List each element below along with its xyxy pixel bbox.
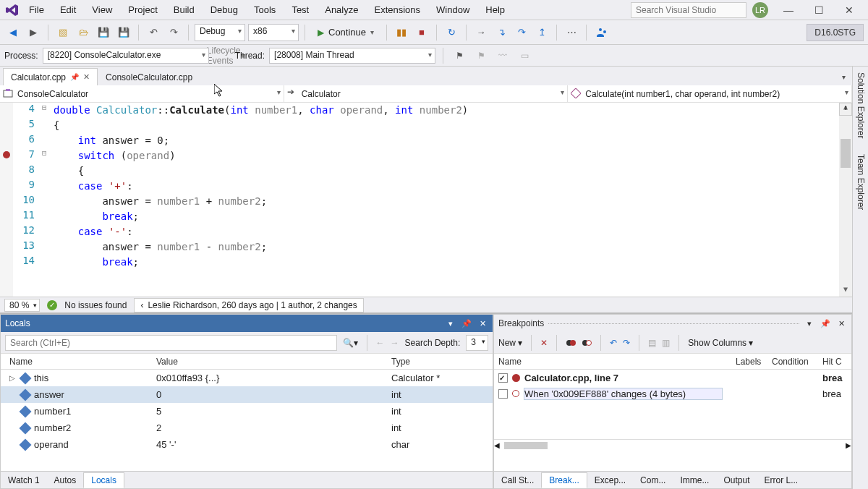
step-out-button[interactable]: ↥ <box>533 24 550 41</box>
scroll-right-icon[interactable]: ▶ <box>846 441 851 449</box>
tab-exceptions[interactable]: Excep... <box>587 473 633 488</box>
menu-test[interactable]: Test <box>284 1 316 18</box>
toolbar-overflow-icon[interactable]: ⋯ <box>563 24 580 41</box>
tab-breakpoints[interactable]: Break... <box>541 472 587 488</box>
save-button[interactable]: 💾 <box>95 24 112 41</box>
breakpoint-row[interactable]: When '0x009EF888' changes (4 bytes)brea <box>494 386 851 401</box>
breakpoint-checkbox[interactable] <box>498 389 508 399</box>
show-next-statement-button[interactable]: → <box>472 24 490 41</box>
import-breakpoints-icon[interactable]: ↶ <box>610 338 617 348</box>
codelens-blame[interactable]: ‹ Leslie Richardson, 260 days ago | 1 au… <box>134 298 363 312</box>
show-columns-button[interactable]: Show Columns ▾ <box>688 338 753 348</box>
menu-build[interactable]: Build <box>166 1 202 18</box>
breakpoint-row[interactable]: Calculator.cpp, line 7brea <box>494 370 851 386</box>
breakpoint-checkbox[interactable] <box>498 373 508 383</box>
locals-row[interactable]: ▷this0x010ffa93 {...}Calculator * <box>1 370 493 386</box>
next-result-icon[interactable]: → <box>391 338 399 348</box>
solution-explorer-tab[interactable]: Solution Explorer <box>854 69 867 141</box>
col-hit-header[interactable]: Hit C <box>822 357 851 367</box>
col-type-header[interactable]: Type <box>391 357 493 367</box>
menu-tools[interactable]: Tools <box>247 1 283 18</box>
close-icon[interactable]: ✕ <box>835 318 847 329</box>
quick-launch-search[interactable] <box>631 2 746 18</box>
thread-frame-icon[interactable]: ▭ <box>516 47 533 64</box>
project-scope-select[interactable]: ConsoleCalculator <box>0 85 284 102</box>
thread-flag-icon[interactable]: ⚑ <box>451 47 468 64</box>
breakpoints-title-bar[interactable]: Breakpoints ▾ 📌 ✕ <box>494 315 851 332</box>
col-condition-header[interactable]: Condition <box>772 357 822 367</box>
go-to-source-icon[interactable]: ▤ <box>648 338 656 348</box>
col-name-header[interactable]: Name <box>494 357 736 367</box>
solution-platform-select[interactable]: x86 <box>248 24 299 41</box>
locals-row[interactable]: number22int <box>1 420 493 436</box>
breakpoint-icon[interactable] <box>3 151 10 158</box>
restart-button[interactable]: ↻ <box>443 24 460 41</box>
tab-calculator-cpp[interactable]: Calculator.cpp 📌 ✕ <box>3 68 98 85</box>
split-editor-icon[interactable]: ↕ <box>839 103 852 116</box>
menu-view[interactable]: View <box>85 1 119 18</box>
nav-forward-button[interactable]: ▶ <box>25 24 42 41</box>
tab-watch1[interactable]: Watch 1 <box>1 473 47 488</box>
menu-project[interactable]: Project <box>121 1 164 18</box>
tab-consolecalculator-cpp[interactable]: ConsoleCalculator.cpp <box>98 68 200 85</box>
user-avatar[interactable]: LR <box>752 2 768 18</box>
nav-back-button[interactable]: ◀ <box>4 24 22 41</box>
solution-config-select[interactable]: Debug <box>195 24 245 41</box>
scroll-thumb[interactable] <box>504 442 548 449</box>
menu-extensions[interactable]: Extensions <box>367 1 427 18</box>
new-project-button[interactable]: ▧ <box>54 24 72 41</box>
scroll-down-icon[interactable]: ▼ <box>839 285 852 297</box>
break-all-button[interactable]: ▮▮ <box>393 24 410 41</box>
fold-gutter[interactable]: ⊟ ⊟ <box>42 103 52 297</box>
team-explorer-tab[interactable]: Team Explorer <box>854 151 867 213</box>
scroll-left-icon[interactable]: ◀ <box>494 441 500 449</box>
menu-file[interactable]: File <box>22 1 51 18</box>
new-breakpoint-button[interactable]: New ▾ <box>498 338 522 348</box>
tab-overflow-icon[interactable]: ▾ <box>835 68 852 85</box>
thread-select[interactable]: [28008] Main Thread <box>269 48 435 64</box>
prev-result-icon[interactable]: ← <box>376 338 385 348</box>
step-over-button[interactable]: ↷ <box>513 24 530 41</box>
breakpoint-gutter[interactable] <box>0 103 13 297</box>
maximize-button[interactable]: ☐ <box>804 1 833 19</box>
lifecycle-events-button[interactable]: ▣ Lifecycle Events ▾ <box>213 47 231 64</box>
go-to-disasm-icon[interactable]: ▥ <box>662 338 670 348</box>
menu-window[interactable]: Window <box>429 1 477 18</box>
save-all-button[interactable]: 💾 <box>115 24 132 41</box>
code-body[interactable]: double Calculator::Calculate(int number1… <box>52 103 852 297</box>
window-position-icon[interactable]: ▾ <box>804 318 815 329</box>
minimize-button[interactable]: — <box>774 1 803 19</box>
open-file-button[interactable]: 🗁 <box>75 24 92 41</box>
locals-row[interactable]: operand45 '-'char <box>1 436 493 453</box>
continue-button[interactable]: ▶ Continue ▾ <box>311 24 380 41</box>
tab-output[interactable]: Output <box>716 473 757 488</box>
live-share-icon[interactable] <box>592 24 610 41</box>
toggle-all-breakpoints-icon[interactable] <box>582 338 592 348</box>
tab-command[interactable]: Com... <box>633 473 673 488</box>
col-value-header[interactable]: Value <box>156 357 391 367</box>
menu-help[interactable]: Help <box>478 1 512 18</box>
tab-autos[interactable]: Autos <box>47 473 84 488</box>
pin-icon[interactable]: 📌 <box>820 318 831 329</box>
menu-debug[interactable]: Debug <box>203 1 245 18</box>
member-scope-select[interactable]: Calculate(int number1, char operand, int… <box>568 85 852 102</box>
step-into-button[interactable]: ↴ <box>493 24 510 41</box>
close-tab-icon[interactable]: ✕ <box>83 72 90 82</box>
class-scope-select[interactable]: ➔ Calculator <box>284 85 569 102</box>
pin-icon[interactable]: 📌 <box>461 318 472 329</box>
col-labels-header[interactable]: Labels <box>736 357 772 367</box>
delete-breakpoint-icon[interactable]: ✕ <box>540 338 548 348</box>
stop-button[interactable]: ■ <box>413 24 430 41</box>
menu-analyze[interactable]: Analyze <box>318 1 365 18</box>
search-icon[interactable]: 🔍▾ <box>343 338 358 348</box>
tab-locals[interactable]: Locals <box>83 472 124 488</box>
close-icon[interactable]: ✕ <box>477 318 488 329</box>
locals-row[interactable]: answer0int <box>1 386 493 403</box>
export-breakpoints-icon[interactable]: ↷ <box>623 338 630 348</box>
code-editor[interactable]: 4 5 6 7 8 9 10 11 12 13 14 ⊟ ⊟ double Ca… <box>0 103 852 297</box>
undo-button[interactable]: ↶ <box>145 24 162 41</box>
col-name-header[interactable]: Name <box>1 357 156 367</box>
scroll-thumb[interactable] <box>841 139 851 168</box>
menu-edit[interactable]: Edit <box>53 1 83 18</box>
tab-errorlist[interactable]: Error L... <box>757 473 805 488</box>
